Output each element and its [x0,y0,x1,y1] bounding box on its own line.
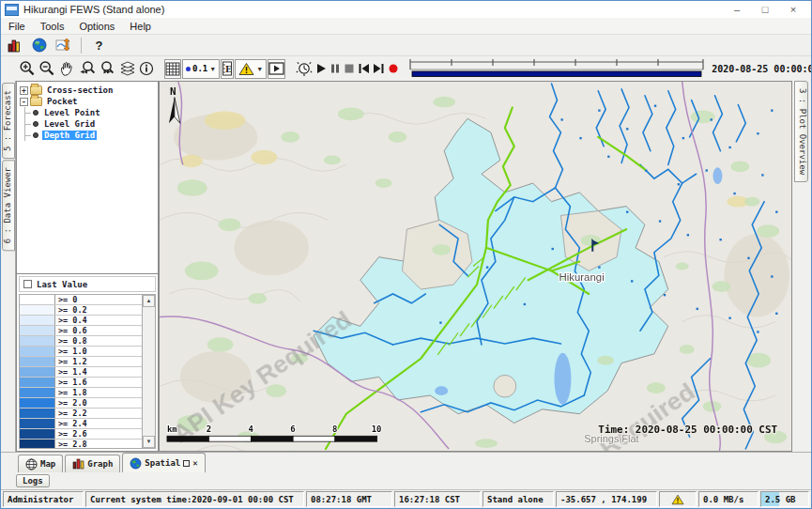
legend-header: Last Value [19,276,156,292]
record-icon [388,63,399,74]
tree-connector [25,135,31,136]
status-gmt-time: 08:27:18 GMT [306,491,392,507]
logs-button[interactable]: Logs [16,474,50,487]
scroll-down-icon[interactable]: ▼ [143,436,155,448]
classification-dropdown[interactable]: 0.1 ▼ [182,59,220,79]
last-value-checkbox[interactable] [23,280,32,288]
legend-row[interactable]: >= 2.8 [20,440,142,449]
map-display-button[interactable] [28,36,50,55]
zoom-previous-button[interactable] [77,59,97,79]
pause-button[interactable] [329,59,342,79]
tab-plot-overview[interactable]: 3 : Plot Overview [794,81,808,182]
menu-tools[interactable]: Tools [33,18,72,34]
legend-row[interactable]: >= 2.6 [20,429,142,440]
spatial-display-button[interactable] [53,36,74,55]
pause-icon [329,63,341,74]
menu-help[interactable]: Help [122,18,159,34]
timeline-slider[interactable] [408,58,705,79]
scroll-up-icon[interactable]: ▲ [143,295,155,307]
layers-button[interactable] [118,59,137,79]
tab-data-viewer[interactable]: 6 : Data Viewer [2,160,15,251]
legend-row[interactable]: >= 0.6 [20,326,142,336]
main-toolbar: ? [1,35,811,56]
status-coordinates: -35.657 , 174.199 [556,491,657,507]
play-button[interactable] [314,59,328,79]
zoom-in-button[interactable] [18,59,37,79]
scale-e-icon: E [222,61,233,76]
tree-item-depth-grid[interactable]: Depth Grid [25,130,157,141]
close-button[interactable]: × [779,2,807,17]
tab-maximize-icon[interactable] [183,460,190,467]
legend-swatch [20,429,55,439]
tree-item-label: Level Grid [42,119,97,129]
legend-row[interactable]: >= 2.0 [20,398,142,409]
legend-row[interactable]: >= 0.8 [20,336,142,347]
status-warning[interactable] [659,491,697,507]
warning-icon [671,494,684,505]
window-title: Hikurangi FEWS (Stand alone) [23,4,164,15]
record-button[interactable] [387,59,400,79]
tab-close-icon[interactable]: ✕ [192,458,197,468]
legend-row[interactable]: >= 1.0 [20,347,142,357]
thresholds-dropdown[interactable]: ▼ [235,59,267,79]
menu-file[interactable]: File [1,18,33,34]
grid-display-button[interactable] [164,59,181,79]
tree-item-level-point[interactable]: Level Point [25,107,157,118]
legend-row[interactable]: >= 1.4 [20,367,142,378]
tree-item-label-selected: Depth Grid [42,131,97,140]
wire-globe-icon [25,458,38,470]
skip-start-button[interactable] [357,59,371,79]
map-view[interactable]: API Key Required API Key Required Hikura… [159,81,792,452]
tree-expander-icon[interactable]: - [20,98,28,106]
globe-icon [32,38,47,53]
tree-item-cross-section[interactable]: + Cross-section [18,85,157,96]
maximize-button[interactable]: □ [751,2,779,17]
legend-swatch [20,440,55,449]
tab-spatial[interactable]: Spatial ✕ [122,453,205,472]
map-time-label: Time: 2020-08-25 00:00:00 CST [598,424,777,436]
legend-row[interactable]: >= 2.2 [20,409,142,419]
database-chart-button[interactable] [4,36,25,55]
status-mode: Stand alone [483,491,554,507]
legend-row[interactable]: >= 0.2 [20,305,142,316]
classification-value: 0.1 [192,64,207,73]
grid-icon [165,62,180,76]
place-label-hikurangi: Hikurangi [559,271,604,283]
tab-forecast[interactable]: 5 : Forecast [2,83,15,159]
legend-swatch [20,398,55,408]
tab-graph[interactable]: Graph [65,455,120,472]
bar-chart-icon [7,39,23,53]
help-button[interactable]: ? [88,36,110,55]
zoom-next-button[interactable] [98,59,117,79]
legend-row[interactable]: >= 1.6 [20,378,142,388]
animation-display-button[interactable] [268,59,285,79]
app-logo-icon [5,4,19,16]
info-button[interactable] [138,59,155,79]
tree-item-pocket[interactable]: - Pocket [18,96,157,107]
legend-swatch [20,357,55,366]
animation-settings-button[interactable] [295,59,314,79]
legend-row[interactable]: >= 1.8 [20,388,142,398]
stop-button[interactable] [343,59,356,79]
legend-row[interactable]: >= 2.4 [20,419,142,429]
legend-row[interactable]: >= 1.2 [20,357,142,367]
app-window: Hikurangi FEWS (Stand alone) – □ × File … [0,0,812,509]
stop-icon [344,63,355,74]
pan-button[interactable] [57,59,76,79]
minimize-button[interactable]: – [723,2,751,17]
tree-expander-icon[interactable]: + [20,86,28,95]
legend-row[interactable]: >= 0.4 [20,316,142,326]
legend-swatch [20,326,55,335]
menu-options[interactable]: Options [71,18,122,34]
zoom-out-button[interactable] [38,59,56,79]
legend-row[interactable]: >= 0 [20,295,142,305]
legend-scrollbar[interactable]: ▲ ▼ [142,295,155,448]
tab-map[interactable]: Map [18,455,63,472]
warning-icon [238,62,254,76]
tree-connector [25,113,31,114]
skip-end-button[interactable] [372,59,386,79]
tree-item-level-grid[interactable]: Level Grid [25,118,157,130]
legend-title: Last Value [37,280,87,289]
scale-bar-button[interactable]: E [221,59,234,79]
map-toolbar: 0.1 ▼ E ▼ [1,56,811,81]
